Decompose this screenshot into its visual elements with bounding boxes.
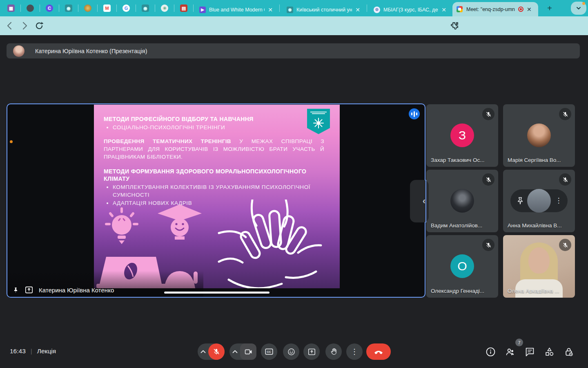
photo-avatar xyxy=(527,123,551,147)
meeting-code-label: Лекція xyxy=(37,348,56,355)
pin-icon[interactable] xyxy=(515,196,525,206)
participant-tile-video[interactable]: Олена Аркадіївна ... xyxy=(503,235,575,298)
tab-title: Blue and White Modern G xyxy=(209,7,265,13)
tile-more-icon[interactable]: ⋮ xyxy=(554,196,564,206)
pinned-tab-emblem-icon[interactable] xyxy=(84,4,91,12)
back-icon[interactable] xyxy=(5,21,15,31)
mic-off-icon xyxy=(559,239,571,251)
mic-off-icon xyxy=(482,239,494,251)
end-call-icon xyxy=(374,349,383,354)
present-screen-button[interactable] xyxy=(303,343,320,360)
tab-close-icon[interactable]: ✕ xyxy=(441,7,446,13)
slide-paragraph-2: ПРОВЕДЕННЯ ТЕМАТИЧНИХ ТРЕНІНГІВ У МЕЖАХ … xyxy=(104,138,324,161)
participant-tile[interactable]: З Захар Такаович Ос... xyxy=(426,104,498,167)
recording-indicator-icon xyxy=(518,7,523,12)
activities-button[interactable] xyxy=(544,347,555,357)
camera-icon xyxy=(245,349,252,355)
shield-emblem-icon xyxy=(312,117,325,129)
tab-strip: ▦ C ◉ M G ◉ ✳ ▤ ▶ Blue and White Modern … xyxy=(0,0,588,16)
mic-off-icon xyxy=(559,173,571,186)
tab-mbiag[interactable]: ❁ МБІАГ(3 курс, ІБАС, ден ✕ xyxy=(370,3,450,16)
slide-progress-bar[interactable] xyxy=(164,292,270,294)
letter-avatar: З xyxy=(450,123,474,147)
info-button[interactable] xyxy=(486,347,496,357)
open-in-window-icon[interactable] xyxy=(25,286,33,294)
participant-count-badge: 7 xyxy=(515,339,523,346)
tab-university[interactable]: ◉ Київський столичний ун ✕ xyxy=(283,3,364,16)
tab-close-icon[interactable]: ✕ xyxy=(355,7,360,13)
slide-bullet-1: СОЦІАЛЬНО-ПСИХОЛОГІЧНІ ТРЕНІНГИ xyxy=(113,124,329,131)
slide-bullet-3a: КОМПЛЕКТУВАННЯ КОЛЕКТИВІВ ІЗ УРАХУВАННЯМ… xyxy=(113,184,329,198)
svg-text:CC: CC xyxy=(267,350,271,354)
participant-tile[interactable]: Марія Сергіївна Во... xyxy=(503,104,575,167)
meeting-info: 16:43 | Лекція xyxy=(10,348,56,355)
filmstrip-collapse-handle[interactable]: ‹ xyxy=(410,180,429,222)
camera-options-chevron[interactable] xyxy=(229,350,240,353)
presenter-avatar xyxy=(13,45,24,57)
browser-window: ▦ C ◉ M G ◉ ✳ ▤ ▶ Blue and White Modern … xyxy=(0,0,588,368)
participant-name: Олександр Геннаді... xyxy=(431,288,494,294)
participant-name: Марія Сергіївна Во... xyxy=(508,157,571,163)
participant-tile[interactable]: О Олександр Геннаді... xyxy=(426,235,498,298)
present-icon xyxy=(308,348,316,355)
presentation-tile[interactable]: МЕТОДИ ПРОФЕСІЙНОГО ВІДБОРУ ТА НАВЧАННЯ … xyxy=(7,103,425,298)
chat-button[interactable] xyxy=(525,347,535,357)
tab-meet-active[interactable]: Meet: "enq-zsdp-umn ✕ xyxy=(452,2,538,16)
participant-name: Захар Такаович Ос... xyxy=(431,157,494,163)
people-button[interactable] xyxy=(505,347,515,357)
participant-name: Олена Аркадіївна ... xyxy=(508,288,571,294)
participant-tile[interactable]: ⋮ Анна Михайлівна В... xyxy=(503,170,575,232)
camera-toggle-button[interactable] xyxy=(240,343,256,360)
meet-favicon xyxy=(457,6,463,12)
participant-name: Вадим Анатолійов... xyxy=(431,222,494,229)
tab-close-icon[interactable]: ✕ xyxy=(527,7,532,12)
meet-page: Катерина Юріївна Котенко (Презентація) ‹… xyxy=(0,35,588,368)
presenter-name-label: Катерина Юріївна Котенко xyxy=(39,287,114,294)
new-tab-button[interactable]: + xyxy=(544,2,555,14)
reload-icon[interactable] xyxy=(34,21,44,31)
pinned-tab-gmail-icon[interactable]: M xyxy=(103,4,111,12)
mic-off-icon xyxy=(482,108,494,120)
pinned-tab-spiral-icon[interactable]: ✳ xyxy=(161,4,168,12)
pinned-tab-doc-icon[interactable]: ◉ xyxy=(65,4,72,12)
pinned-tab-google-icon[interactable]: G xyxy=(122,4,130,12)
audio-level-indicator xyxy=(409,108,420,119)
mic-mute-button[interactable] xyxy=(208,343,225,360)
tab-canva[interactable]: ▶ Blue and White Modern G ✕ xyxy=(195,3,277,16)
mic-off-icon xyxy=(482,173,494,186)
chevron-down-icon xyxy=(576,5,581,11)
host-controls-button[interactable] xyxy=(564,347,574,357)
raise-hand-button[interactable] xyxy=(325,343,342,360)
tab-close-icon[interactable]: ✕ xyxy=(268,7,273,13)
presenting-banner-text: Катерина Юріївна Котенко (Презентація) xyxy=(35,48,147,54)
captions-button[interactable]: CC xyxy=(261,343,277,360)
leave-call-button[interactable] xyxy=(366,343,391,360)
captions-icon: CC xyxy=(265,348,273,355)
forward-icon[interactable] xyxy=(20,21,29,31)
tab-title: Meet: "enq-zsdp-umn xyxy=(466,7,515,12)
photo-avatar xyxy=(450,189,474,213)
university-favicon: ◉ xyxy=(287,7,293,13)
participant-tile[interactable]: Вадим Анатолійов... xyxy=(426,170,498,232)
reactions-button[interactable] xyxy=(283,343,299,360)
mic-control-group xyxy=(198,343,225,360)
presenter-name-chip: Катерина Юріївна Котенко xyxy=(12,286,114,294)
meeting-panels xyxy=(486,347,574,357)
pinned-tab-doc2-icon[interactable]: ◉ xyxy=(142,4,149,12)
mic-options-chevron[interactable] xyxy=(198,350,208,353)
pinned-tab-globe-icon[interactable] xyxy=(27,4,34,12)
ornament-favicon: ❁ xyxy=(374,7,380,13)
annotation-dot xyxy=(10,140,13,143)
pinned-tab-c-icon[interactable]: C xyxy=(46,4,53,12)
pinned-tab-clapper-icon[interactable]: ▦ xyxy=(7,4,15,12)
update-dot xyxy=(582,2,585,5)
tab-search-button[interactable] xyxy=(571,2,586,15)
more-options-button[interactable]: ⋮ xyxy=(346,343,363,360)
pinned-tab-book-icon[interactable]: ▤ xyxy=(180,4,187,12)
slide-heading-1: МЕТОДИ ПРОФЕСІЙНОГО ВІДБОРУ ТА НАВЧАННЯ xyxy=(104,115,329,123)
tab-title: Київський столичний ун xyxy=(296,7,352,13)
tab-title: МБІАГ(3 курс, ІБАС, ден xyxy=(383,7,438,13)
pin-icon[interactable] xyxy=(12,287,19,294)
extensions-icon[interactable] xyxy=(449,21,459,31)
pinned-tabs: ▦ C ◉ M G ◉ ✳ ▤ xyxy=(2,0,194,16)
